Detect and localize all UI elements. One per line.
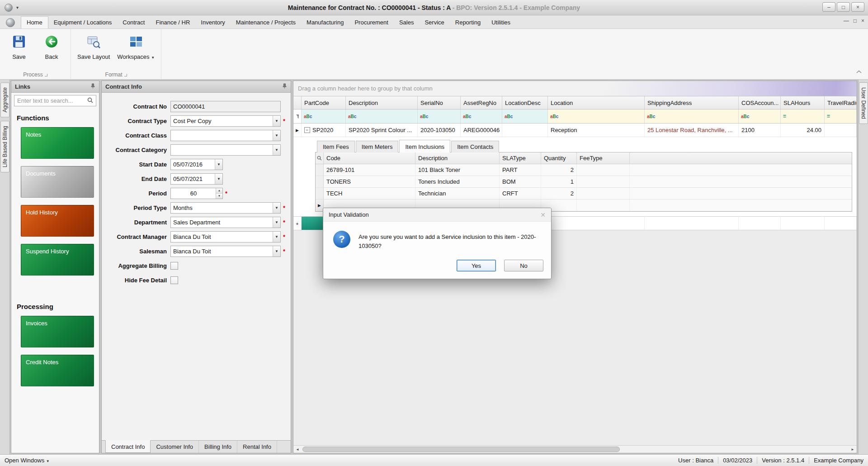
restore-button[interactable]: □	[837, 2, 850, 12]
cell-cosaccount[interactable]: 2100	[739, 124, 781, 137]
tab-customer-info[interactable]: Customer Info	[151, 441, 199, 453]
start-date-field[interactable]: 05/07/2016▼	[170, 159, 223, 170]
contract-manager-dropdown[interactable]: Bianca Du Toit▼	[170, 231, 281, 243]
dock-tab-life-based-billing[interactable]: Life Based Billing	[0, 121, 9, 172]
detail-row[interactable]: TECH Technician CRFT 2	[316, 188, 852, 200]
tab-manufacturing[interactable]: Manufacturing	[301, 17, 349, 29]
back-button[interactable]: Back	[39, 33, 64, 70]
collapse-row-icon[interactable]: −	[304, 127, 310, 133]
period-type-dropdown[interactable]: Months▼	[170, 202, 281, 214]
dock-tab-aggregate[interactable]: Aggregate	[0, 82, 9, 117]
dock-tab-user-defined[interactable]: User Defined	[859, 82, 868, 124]
tab-finance-hr[interactable]: Finance / HR	[150, 17, 195, 29]
detail-column-quantity[interactable]: Quantity	[541, 152, 577, 164]
cell-location[interactable]: Reception	[548, 124, 645, 137]
credit-notes-button[interactable]: Credit Notes	[21, 355, 94, 386]
detail-cell-feetype[interactable]	[577, 176, 630, 187]
detail-cell-description[interactable]: Technician	[415, 188, 500, 199]
detail-cell-feetype[interactable]	[577, 164, 630, 176]
yes-button[interactable]: Yes	[457, 260, 496, 271]
new-row-cell[interactable]	[781, 217, 825, 230]
column-header-serialno[interactable]: SerialNo	[418, 96, 461, 109]
column-header-travelradius[interactable]: TravelRadiu...	[825, 96, 857, 109]
dialog-launcher-icon[interactable]	[124, 74, 127, 76]
scrollbar-track[interactable]	[302, 446, 849, 453]
filter-cell-serialno[interactable]: aBc	[418, 109, 461, 123]
grid-data-row[interactable]: ▶ −SP2020 SP2020 Sprint Colour ... 2020-…	[293, 124, 857, 137]
group-by-panel[interactable]: Drag a column header here to group by th…	[293, 81, 857, 96]
tab-procurement[interactable]: Procurement	[349, 17, 393, 29]
tab-equipment-locations[interactable]: Equipment / Locations	[48, 17, 118, 29]
column-header-assetregno[interactable]: AssetRegNo	[461, 96, 502, 109]
detail-cell-slatype[interactable]: PART	[500, 164, 541, 176]
app-logo-icon[interactable]	[4, 18, 17, 28]
search-icon[interactable]	[87, 97, 93, 105]
tab-reporting[interactable]: Reporting	[450, 17, 486, 29]
new-row-cell[interactable]	[645, 217, 739, 230]
cell-description[interactable]: SP2020 Sprint Colour ...	[346, 124, 418, 137]
detail-cell-code[interactable]: 26789-101	[324, 164, 415, 176]
column-chooser-icon[interactable]	[316, 152, 324, 164]
dialog-close-icon[interactable]: ✕	[540, 211, 546, 219]
tab-service[interactable]: Service	[419, 17, 449, 29]
end-date-field[interactable]: 05/07/2021▼	[170, 173, 223, 185]
horizontal-scrollbar[interactable]: ◄ ►	[293, 445, 857, 453]
scroll-left-icon[interactable]: ◄	[293, 446, 302, 453]
salesman-dropdown[interactable]: Bianca Du Toit▼	[170, 246, 281, 257]
cell-slahours[interactable]: 24.00	[781, 124, 825, 137]
detail-cell-description[interactable]: Toners Included	[415, 176, 500, 187]
detail-cell-slatype[interactable]: BOM	[500, 176, 541, 187]
ribbon-collapse-icon[interactable]	[855, 69, 863, 76]
detail-cell-quantity[interactable]: 2	[541, 188, 577, 199]
aggregate-billing-checkbox[interactable]	[170, 262, 178, 270]
tab-maintenance-projects[interactable]: Maintenance / Projects	[231, 17, 301, 29]
quick-access-caret-icon[interactable]: ▾	[16, 5, 19, 10]
no-button[interactable]: No	[504, 260, 543, 271]
cell-assetregno[interactable]: AREG000046	[461, 124, 502, 137]
detail-column-feetype[interactable]: FeeType	[577, 152, 630, 164]
detail-cell-quantity[interactable]: 2	[541, 164, 577, 176]
period-stepper[interactable]: 60▲▼	[170, 188, 223, 199]
scroll-right-icon[interactable]: ►	[849, 446, 857, 453]
mdi-minimize-button[interactable]: —	[844, 18, 849, 24]
tab-utilities[interactable]: Utilities	[486, 17, 516, 29]
detail-row[interactable]: TONERS Toners Included BOM 1	[316, 176, 852, 188]
tab-inventory[interactable]: Inventory	[195, 17, 230, 29]
dialog-launcher-icon[interactable]	[45, 74, 47, 76]
department-dropdown[interactable]: Sales Department▼	[170, 217, 281, 228]
tab-rental-info[interactable]: Rental Info	[237, 441, 277, 453]
pin-icon[interactable]	[90, 83, 95, 90]
column-header-cosaccount[interactable]: COSAccoun...	[739, 96, 781, 109]
detail-cell-feetype[interactable]	[577, 200, 630, 211]
tab-home[interactable]: Home	[21, 16, 48, 29]
save-button[interactable]: Save	[6, 33, 32, 70]
tab-contract[interactable]: Contract	[117, 17, 150, 29]
contract-category-dropdown[interactable]: ▼	[170, 144, 281, 156]
tab-item-meters[interactable]: Item Meters	[356, 141, 399, 152]
tab-billing-info[interactable]: Billing Info	[199, 441, 237, 453]
cell-travelradius[interactable]	[825, 124, 857, 137]
cell-shippingaddress[interactable]: 25 Lonestar Road, Ranchville, ...	[645, 124, 739, 137]
detail-cell-code[interactable]: TONERS	[324, 176, 415, 187]
detail-cell-description[interactable]: 101 Black Toner	[415, 164, 500, 176]
column-header-partcode[interactable]: PartCode	[302, 96, 346, 109]
new-row-cell[interactable]	[825, 217, 857, 230]
pin-icon[interactable]	[282, 83, 287, 90]
column-header-shippingaddress[interactable]: ShippingAddress	[645, 96, 739, 109]
hold-history-button[interactable]: Hold History	[21, 205, 94, 237]
new-row-cell[interactable]	[739, 217, 781, 230]
tab-item-fees[interactable]: Item Fees	[317, 141, 355, 152]
open-windows-button[interactable]: Open Windows ▼	[5, 457, 50, 464]
filter-cell-location[interactable]: aBc	[548, 109, 645, 123]
filter-cell-assetregno[interactable]: aBc	[461, 109, 502, 123]
contract-no-field[interactable]: CO0000041	[170, 101, 281, 112]
close-button[interactable]: ×	[851, 2, 864, 12]
workspaces-button[interactable]: Workspaces ▼	[117, 33, 155, 70]
filter-cell-description[interactable]: aBc	[346, 109, 418, 123]
column-header-slahours[interactable]: SLAHours	[781, 96, 825, 109]
column-header-location[interactable]: Location	[548, 96, 645, 109]
detail-column-description[interactable]: Description	[415, 152, 500, 164]
filter-cell-shippingaddress[interactable]: aBc	[645, 109, 739, 123]
documents-button[interactable]: Documents	[21, 166, 94, 198]
detail-cell-code[interactable]: TECH	[324, 188, 415, 199]
